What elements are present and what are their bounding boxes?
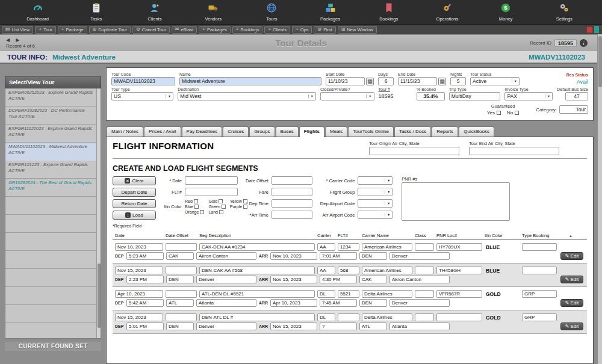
segment-arr-city-input[interactable]: Denver: [389, 299, 450, 307]
segment-class-input[interactable]: [415, 267, 434, 274]
tour-origin-input[interactable]: [369, 147, 459, 155]
checkbox[interactable]: [200, 210, 204, 214]
segment-description-input[interactable]: DEN-ATL DL #: [199, 313, 315, 321]
guaranteed-no-option[interactable]: No: [507, 110, 519, 116]
segment-class-input[interactable]: [415, 313, 434, 321]
itin-color-option[interactable]: Blue: [185, 205, 204, 209]
segment-arr-code-input[interactable]: ATL: [359, 322, 387, 330]
tour-end-input[interactable]: [469, 147, 559, 155]
tour-list-item[interactable]: EXPGR11122023 - Explore Grand Rapids ACT…: [5, 125, 101, 143]
carrier-code-select[interactable]: ▼: [358, 176, 393, 185]
segment-carrier-input[interactable]: DL: [317, 290, 335, 298]
calendar-icon[interactable]: ▦: [438, 78, 446, 85]
tab[interactable]: Reports: [432, 126, 458, 137]
date-input[interactable]: [185, 176, 238, 185]
segment-dep-code-input[interactable]: CAK: [166, 252, 194, 260]
toolbar-button[interactable]: ⊘ Cancel Tour: [132, 26, 170, 34]
segment-date-input[interactable]: Nov 15, 2023: [115, 313, 163, 321]
pnr-textarea[interactable]: [402, 182, 510, 221]
segment-type-booking-input[interactable]: [522, 267, 557, 274]
date-offset-input[interactable]: [272, 176, 312, 185]
segment-description-input[interactable]: CAK-DEN AA #1234: [199, 243, 315, 251]
segment-offset-input[interactable]: [166, 267, 197, 274]
guaranteed-yes-option[interactable]: Yes: [487, 110, 501, 116]
tab[interactable]: Main / Notes: [107, 126, 143, 137]
guaranteed-no-checkbox[interactable]: [515, 111, 519, 115]
toolbar-button[interactable]: ▤ List View: [2, 26, 33, 34]
segment-dep-time-input[interactable]: 5:23 AM: [126, 252, 164, 260]
tab[interactable]: QuickBooks: [459, 126, 494, 137]
itin-color-option[interactable]: Red: [185, 199, 204, 203]
toolbar-button[interactable]: ⊞ New Window: [338, 26, 377, 34]
toolbar-button[interactable]: + Tour: [35, 26, 55, 34]
clear-button[interactable]: ✕ Clear: [113, 176, 156, 185]
segment-carrier-input[interactable]: DL: [317, 313, 335, 321]
tab[interactable]: Pay Deadlines: [182, 126, 223, 137]
segment-flt-input[interactable]: [338, 313, 359, 321]
toolbar-button[interactable]: + Ops: [292, 26, 312, 34]
segment-dep-city-input[interactable]: Atlanta: [196, 299, 256, 307]
tab[interactable]: Cruises: [223, 126, 249, 137]
checkbox[interactable]: [194, 205, 199, 209]
tour-list-item[interactable]: MWADV11102023 - Midwest Adventure ACTIVE: [5, 143, 101, 161]
segment-dep-time-input[interactable]: 5:01 PM: [126, 322, 164, 330]
segment-carrier-name-input[interactable]: American Airlines: [362, 243, 412, 251]
segment-class-input[interactable]: [415, 243, 434, 251]
segment-carrier-name-input[interactable]: Delta Airlines: [362, 313, 412, 321]
tour-list-item[interactable]: EXPGR06252023 - Explore Grand Rapids ACT…: [5, 88, 101, 106]
segment-arr-city-input[interactable]: Denver: [389, 252, 450, 260]
checkbox[interactable]: [219, 199, 223, 203]
arr-time-input[interactable]: [272, 211, 312, 219]
segment-pnr-input[interactable]: [436, 313, 482, 321]
nav-packages[interactable]: Packages: [309, 2, 352, 22]
tab[interactable]: Buses: [276, 126, 299, 137]
calendar-icon[interactable]: ▦: [366, 78, 374, 85]
segment-dep-time-input[interactable]: 2:23 PM: [126, 276, 164, 283]
itin-color-option[interactable]: Gold: [208, 199, 225, 203]
segment-offset-input[interactable]: [166, 290, 197, 298]
flight-group-select[interactable]: ▼: [358, 188, 393, 196]
segment-offset-input[interactable]: [166, 313, 197, 321]
segment-pnr-input[interactable]: VFR567R: [436, 290, 482, 298]
scroll-up-icon[interactable]: ▲: [569, 234, 573, 238]
segment-dep-city-input[interactable]: Denver: [196, 276, 256, 283]
toolbar-button[interactable]: ⊞ Duplicate Tour: [89, 26, 131, 34]
toolbar-button[interactable]: + Package: [58, 26, 87, 34]
segment-pnr-input[interactable]: TH458GH: [436, 267, 482, 274]
category-input[interactable]: Tour: [559, 105, 588, 114]
nights-input[interactable]: 5: [450, 77, 466, 85]
depart-date-button[interactable]: Depart Date: [113, 188, 156, 197]
info-icon[interactable]: i: [580, 39, 588, 47]
segment-dep-city-input[interactable]: Akron Canton: [196, 252, 256, 260]
tour-number-label[interactable]: Tour #: [379, 87, 412, 91]
itin-color-option[interactable]: Yellow: [230, 199, 247, 203]
page-scrollbar-thumb[interactable]: [598, 36, 602, 87]
segment-arr-date-input[interactable]: Nov 15, 2023: [270, 322, 317, 330]
segment-arr-code-input[interactable]: CAK: [359, 276, 387, 283]
trip-type-input[interactable]: MultiDay: [449, 92, 501, 100]
next-record-icon[interactable]: ▶: [16, 37, 19, 43]
nav-money[interactable]: $ Money: [484, 2, 527, 22]
sidebar-scrollbar-thumb[interactable]: [98, 264, 101, 329]
segment-pnr-input[interactable]: HY789UX: [436, 243, 482, 251]
segment-flt-input[interactable]: 568: [338, 267, 359, 274]
segment-carrier-input[interactable]: AA: [317, 243, 335, 251]
invoice-type-select[interactable]: PAX ▼: [504, 92, 553, 100]
itin-color-option[interactable]: Land: [208, 210, 225, 214]
dep-time-input[interactable]: [272, 199, 312, 208]
nav-vendors[interactable]: Vendors: [191, 2, 235, 22]
name-input[interactable]: Midwest Adventure: [179, 77, 321, 85]
segment-arr-time-input[interactable]: 7:45 AM: [320, 299, 357, 307]
segment-arr-time-input[interactable]: 7:01 AM: [320, 252, 357, 260]
flt-input[interactable]: [185, 188, 238, 196]
segment-dep-code-input[interactable]: DEN: [166, 276, 194, 283]
toolbar-button[interactable]: ⊕ Find: [314, 26, 335, 34]
segment-type-booking-input[interactable]: GRP: [522, 313, 557, 321]
start-date-input[interactable]: 11/10/23: [326, 77, 365, 85]
days-input[interactable]: 6: [378, 77, 394, 85]
tab[interactable]: Flights: [299, 126, 324, 137]
segment-date-input[interactable]: Apr 10, 2023: [115, 290, 163, 298]
segment-class-input[interactable]: [415, 290, 434, 298]
itin-color-option[interactable]: Green: [208, 205, 225, 209]
segment-dep-code-input[interactable]: DEN: [166, 322, 194, 330]
